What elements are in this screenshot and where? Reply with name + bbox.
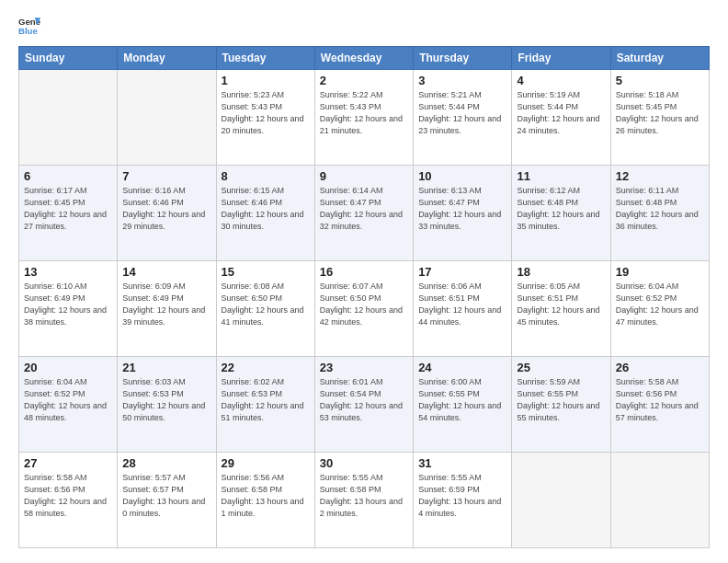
day-info: Sunrise: 5:19 AMSunset: 5:44 PMDaylight:…: [517, 89, 605, 137]
col-monday: Monday: [118, 47, 216, 70]
calendar-cell: [118, 70, 216, 166]
calendar-cell: 21Sunrise: 6:03 AMSunset: 6:53 PMDayligh…: [118, 357, 216, 453]
calendar-cell: 4Sunrise: 5:19 AMSunset: 5:44 PMDaylight…: [512, 70, 610, 166]
day-number: 5: [616, 74, 704, 87]
day-info: Sunrise: 6:08 AMSunset: 6:50 PMDaylight:…: [222, 281, 310, 328]
col-wednesday: Wednesday: [314, 47, 413, 70]
day-info: Sunrise: 5:58 AMSunset: 6:56 PMDaylight:…: [616, 376, 704, 424]
day-number: 31: [418, 456, 506, 470]
day-info: Sunrise: 6:09 AMSunset: 6:49 PMDaylight:…: [122, 281, 210, 328]
calendar-cell: 28Sunrise: 5:57 AMSunset: 6:57 PMDayligh…: [118, 453, 216, 548]
day-info: Sunrise: 6:01 AMSunset: 6:54 PMDaylight:…: [320, 376, 408, 424]
day-number: 3: [418, 74, 506, 87]
header: General Blue: [18, 15, 710, 37]
day-info: Sunrise: 6:00 AMSunset: 6:55 PMDaylight:…: [418, 376, 506, 424]
calendar-week-row: 6Sunrise: 6:17 AMSunset: 6:45 PMDaylight…: [19, 166, 710, 261]
day-info: Sunrise: 6:03 AMSunset: 6:53 PMDaylight:…: [122, 376, 210, 424]
calendar-cell: 20Sunrise: 6:04 AMSunset: 6:52 PMDayligh…: [19, 357, 118, 453]
calendar-cell: 11Sunrise: 6:12 AMSunset: 6:48 PMDayligh…: [512, 166, 610, 261]
calendar-cell: 9Sunrise: 6:14 AMSunset: 6:47 PMDaylight…: [314, 166, 413, 261]
day-number: 24: [418, 361, 506, 374]
day-info: Sunrise: 6:02 AMSunset: 6:53 PMDaylight:…: [222, 376, 310, 424]
calendar-cell: [19, 70, 118, 166]
day-info: Sunrise: 6:07 AMSunset: 6:50 PMDaylight:…: [320, 281, 408, 328]
day-number: 29: [222, 456, 310, 470]
day-info: Sunrise: 5:58 AMSunset: 6:56 PMDaylight:…: [24, 472, 112, 520]
calendar-cell: 30Sunrise: 5:55 AMSunset: 6:58 PMDayligh…: [314, 453, 413, 548]
calendar-cell: [512, 453, 610, 548]
calendar-cell: 15Sunrise: 6:08 AMSunset: 6:50 PMDayligh…: [216, 261, 314, 357]
day-number: 25: [517, 361, 605, 374]
day-info: Sunrise: 5:55 AMSunset: 6:58 PMDaylight:…: [320, 472, 408, 520]
day-info: Sunrise: 6:16 AMSunset: 6:46 PMDaylight:…: [122, 185, 210, 233]
calendar-cell: 19Sunrise: 6:04 AMSunset: 6:52 PMDayligh…: [610, 261, 709, 357]
calendar-cell: 18Sunrise: 6:05 AMSunset: 6:51 PMDayligh…: [512, 261, 610, 357]
col-sunday: Sunday: [19, 47, 118, 70]
calendar-cell: 14Sunrise: 6:09 AMSunset: 6:49 PMDayligh…: [118, 261, 216, 357]
calendar-cell: 29Sunrise: 5:56 AMSunset: 6:58 PMDayligh…: [216, 453, 314, 548]
day-number: 1: [222, 74, 310, 87]
day-number: 18: [517, 265, 605, 279]
calendar-table: Sunday Monday Tuesday Wednesday Thursday…: [18, 46, 710, 548]
day-number: 11: [517, 169, 605, 183]
calendar-cell: 22Sunrise: 6:02 AMSunset: 6:53 PMDayligh…: [216, 357, 314, 453]
day-number: 16: [320, 265, 408, 279]
day-number: 19: [616, 265, 704, 279]
day-info: Sunrise: 6:10 AMSunset: 6:49 PMDaylight:…: [24, 281, 112, 328]
calendar-cell: [610, 453, 709, 548]
calendar-cell: 16Sunrise: 6:07 AMSunset: 6:50 PMDayligh…: [314, 261, 413, 357]
calendar-cell: 17Sunrise: 6:06 AMSunset: 6:51 PMDayligh…: [414, 261, 512, 357]
day-number: 28: [122, 456, 210, 470]
calendar-cell: 23Sunrise: 6:01 AMSunset: 6:54 PMDayligh…: [314, 357, 413, 453]
day-info: Sunrise: 6:12 AMSunset: 6:48 PMDaylight:…: [517, 185, 605, 233]
col-friday: Friday: [512, 47, 610, 70]
day-number: 6: [24, 169, 112, 183]
day-number: 10: [418, 169, 506, 183]
calendar-cell: 12Sunrise: 6:11 AMSunset: 6:48 PMDayligh…: [610, 166, 709, 261]
calendar-cell: 5Sunrise: 5:18 AMSunset: 5:45 PMDaylight…: [610, 70, 709, 166]
day-info: Sunrise: 6:06 AMSunset: 6:51 PMDaylight:…: [418, 281, 506, 328]
day-number: 13: [24, 265, 112, 279]
day-info: Sunrise: 5:21 AMSunset: 5:44 PMDaylight:…: [418, 89, 506, 137]
day-number: 23: [320, 361, 408, 374]
calendar-cell: 25Sunrise: 5:59 AMSunset: 6:55 PMDayligh…: [512, 357, 610, 453]
day-number: 8: [222, 169, 310, 183]
page: General Blue Sunday Monday Tuesday Wedne…: [0, 0, 728, 563]
col-thursday: Thursday: [414, 47, 512, 70]
calendar-cell: 6Sunrise: 6:17 AMSunset: 6:45 PMDaylight…: [19, 166, 118, 261]
calendar-cell: 10Sunrise: 6:13 AMSunset: 6:47 PMDayligh…: [414, 166, 512, 261]
day-info: Sunrise: 6:14 AMSunset: 6:47 PMDaylight:…: [320, 185, 408, 233]
day-number: 21: [122, 361, 210, 374]
calendar-cell: 26Sunrise: 5:58 AMSunset: 6:56 PMDayligh…: [610, 357, 709, 453]
day-number: 12: [616, 169, 704, 183]
calendar-week-row: 20Sunrise: 6:04 AMSunset: 6:52 PMDayligh…: [19, 357, 710, 453]
calendar-week-row: 1Sunrise: 5:23 AMSunset: 5:43 PMDaylight…: [19, 70, 710, 166]
day-number: 30: [320, 456, 408, 470]
day-number: 15: [222, 265, 310, 279]
calendar-cell: 24Sunrise: 6:00 AMSunset: 6:55 PMDayligh…: [414, 357, 512, 453]
day-info: Sunrise: 6:11 AMSunset: 6:48 PMDaylight:…: [616, 185, 704, 233]
day-number: 4: [517, 74, 605, 87]
calendar-cell: 31Sunrise: 5:55 AMSunset: 6:59 PMDayligh…: [414, 453, 512, 548]
logo: General Blue: [18, 15, 44, 37]
day-number: 7: [122, 169, 210, 183]
calendar-cell: 2Sunrise: 5:22 AMSunset: 5:43 PMDaylight…: [314, 70, 413, 166]
day-number: 26: [616, 361, 704, 374]
day-number: 17: [418, 265, 506, 279]
col-saturday: Saturday: [610, 47, 709, 70]
day-info: Sunrise: 6:05 AMSunset: 6:51 PMDaylight:…: [517, 281, 605, 328]
calendar-cell: 8Sunrise: 6:15 AMSunset: 6:46 PMDaylight…: [216, 166, 314, 261]
day-info: Sunrise: 6:04 AMSunset: 6:52 PMDaylight:…: [616, 281, 704, 328]
day-info: Sunrise: 5:57 AMSunset: 6:57 PMDaylight:…: [122, 472, 210, 520]
calendar-cell: 1Sunrise: 5:23 AMSunset: 5:43 PMDaylight…: [216, 70, 314, 166]
day-number: 20: [24, 361, 112, 374]
calendar-cell: 27Sunrise: 5:58 AMSunset: 6:56 PMDayligh…: [19, 453, 118, 548]
day-info: Sunrise: 6:15 AMSunset: 6:46 PMDaylight:…: [222, 185, 310, 233]
calendar-week-row: 27Sunrise: 5:58 AMSunset: 6:56 PMDayligh…: [19, 453, 710, 548]
logo-icon: General Blue: [18, 15, 40, 37]
svg-text:Blue: Blue: [18, 26, 38, 36]
day-number: 22: [222, 361, 310, 374]
day-number: 14: [122, 265, 210, 279]
calendar-cell: 13Sunrise: 6:10 AMSunset: 6:49 PMDayligh…: [19, 261, 118, 357]
calendar-header-row: Sunday Monday Tuesday Wednesday Thursday…: [19, 47, 710, 70]
